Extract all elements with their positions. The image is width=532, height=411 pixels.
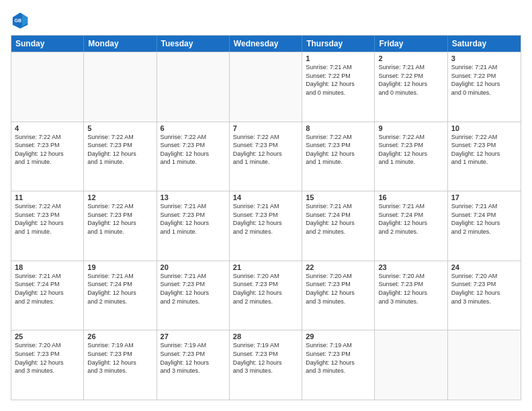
day-info: Sunrise: 7:20 AM Sunset: 7:23 PM Dayligh… — [233, 272, 298, 306]
cal-week-1: 1Sunrise: 7:21 AM Sunset: 7:22 PM Daylig… — [11, 52, 521, 122]
cal-cell: 21Sunrise: 7:20 AM Sunset: 7:23 PM Dayli… — [230, 261, 302, 330]
cal-header-tuesday: Tuesday — [157, 36, 230, 52]
day-number: 2 — [378, 54, 443, 62]
cal-cell: 26Sunrise: 7:19 AM Sunset: 7:23 PM Dayli… — [84, 330, 157, 400]
day-info: Sunrise: 7:22 AM Sunset: 7:23 PM Dayligh… — [161, 133, 226, 167]
cal-cell: 3Sunrise: 7:21 AM Sunset: 7:22 PM Daylig… — [448, 52, 521, 122]
cal-week-4: 18Sunrise: 7:21 AM Sunset: 7:24 PM Dayli… — [11, 261, 521, 330]
cal-header-friday: Friday — [375, 36, 447, 52]
day-number: 11 — [15, 193, 80, 201]
logo: GB — [11, 11, 32, 30]
cal-cell — [84, 52, 157, 122]
cal-cell: 1Sunrise: 7:21 AM Sunset: 7:22 PM Daylig… — [302, 52, 375, 122]
day-number: 12 — [87, 193, 152, 201]
cal-cell: 9Sunrise: 7:22 AM Sunset: 7:23 PM Daylig… — [375, 122, 447, 191]
day-number: 27 — [161, 332, 226, 340]
cal-cell: 8Sunrise: 7:22 AM Sunset: 7:23 PM Daylig… — [302, 122, 375, 191]
cal-cell: 16Sunrise: 7:21 AM Sunset: 7:24 PM Dayli… — [375, 191, 447, 261]
cal-cell — [157, 52, 230, 122]
day-number: 5 — [87, 124, 152, 132]
cal-cell — [230, 52, 302, 122]
page: GB SundayMondayTuesdayWednesdayThursdayF… — [0, 0, 532, 411]
day-number: 25 — [15, 332, 80, 340]
cal-cell: 12Sunrise: 7:22 AM Sunset: 7:23 PM Dayli… — [84, 191, 157, 261]
cal-cell: 11Sunrise: 7:22 AM Sunset: 7:23 PM Dayli… — [11, 191, 84, 261]
day-info: Sunrise: 7:19 AM Sunset: 7:23 PM Dayligh… — [161, 341, 226, 375]
day-info: Sunrise: 7:22 AM Sunset: 7:23 PM Dayligh… — [87, 133, 152, 167]
day-info: Sunrise: 7:20 AM Sunset: 7:23 PM Dayligh… — [378, 272, 443, 306]
day-info: Sunrise: 7:22 AM Sunset: 7:23 PM Dayligh… — [306, 133, 371, 167]
day-number: 6 — [161, 124, 226, 132]
day-info: Sunrise: 7:22 AM Sunset: 7:23 PM Dayligh… — [451, 133, 517, 167]
cal-header-wednesday: Wednesday — [230, 36, 302, 52]
day-number: 19 — [87, 263, 152, 271]
cal-cell: 7Sunrise: 7:22 AM Sunset: 7:23 PM Daylig… — [230, 122, 302, 191]
day-info: Sunrise: 7:21 AM Sunset: 7:23 PM Dayligh… — [233, 202, 298, 236]
cal-cell: 5Sunrise: 7:22 AM Sunset: 7:23 PM Daylig… — [84, 122, 157, 191]
day-info: Sunrise: 7:19 AM Sunset: 7:23 PM Dayligh… — [306, 341, 371, 375]
day-number: 7 — [233, 124, 298, 132]
cal-week-5: 25Sunrise: 7:20 AM Sunset: 7:23 PM Dayli… — [11, 330, 521, 400]
cal-cell: 10Sunrise: 7:22 AM Sunset: 7:23 PM Dayli… — [448, 122, 521, 191]
calendar: SundayMondayTuesdayWednesdayThursdayFrid… — [11, 35, 521, 400]
day-number: 1 — [306, 54, 371, 62]
cal-header-thursday: Thursday — [302, 36, 375, 52]
cal-cell: 29Sunrise: 7:19 AM Sunset: 7:23 PM Dayli… — [302, 330, 375, 400]
day-info: Sunrise: 7:22 AM Sunset: 7:23 PM Dayligh… — [87, 202, 152, 236]
day-number: 10 — [451, 124, 517, 132]
day-info: Sunrise: 7:21 AM Sunset: 7:23 PM Dayligh… — [161, 272, 226, 306]
day-info: Sunrise: 7:22 AM Sunset: 7:23 PM Dayligh… — [15, 202, 80, 236]
day-number: 20 — [161, 263, 226, 271]
day-info: Sunrise: 7:22 AM Sunset: 7:23 PM Dayligh… — [15, 133, 80, 167]
day-info: Sunrise: 7:19 AM Sunset: 7:23 PM Dayligh… — [87, 341, 152, 375]
day-number: 18 — [15, 263, 80, 271]
cal-cell: 27Sunrise: 7:19 AM Sunset: 7:23 PM Dayli… — [157, 330, 230, 400]
day-number: 15 — [306, 193, 371, 201]
day-number: 13 — [161, 193, 226, 201]
day-number: 3 — [451, 54, 517, 62]
day-info: Sunrise: 7:22 AM Sunset: 7:23 PM Dayligh… — [233, 133, 298, 167]
logo-icon: GB — [11, 11, 30, 30]
day-number: 14 — [233, 193, 298, 201]
day-number: 8 — [306, 124, 371, 132]
cal-cell: 13Sunrise: 7:21 AM Sunset: 7:23 PM Dayli… — [157, 191, 230, 261]
day-info: Sunrise: 7:21 AM Sunset: 7:24 PM Dayligh… — [15, 272, 80, 306]
cal-header-monday: Monday — [84, 36, 157, 52]
day-number: 24 — [451, 263, 517, 271]
cal-cell — [11, 52, 84, 122]
day-info: Sunrise: 7:21 AM Sunset: 7:22 PM Dayligh… — [306, 63, 371, 97]
calendar-body: 1Sunrise: 7:21 AM Sunset: 7:22 PM Daylig… — [11, 52, 521, 400]
cal-cell: 18Sunrise: 7:21 AM Sunset: 7:24 PM Dayli… — [11, 261, 84, 330]
day-info: Sunrise: 7:21 AM Sunset: 7:24 PM Dayligh… — [378, 202, 443, 236]
day-info: Sunrise: 7:19 AM Sunset: 7:23 PM Dayligh… — [233, 341, 298, 375]
day-info: Sunrise: 7:20 AM Sunset: 7:23 PM Dayligh… — [306, 272, 371, 306]
cal-cell: 14Sunrise: 7:21 AM Sunset: 7:23 PM Dayli… — [230, 191, 302, 261]
day-number: 29 — [306, 332, 371, 340]
day-info: Sunrise: 7:20 AM Sunset: 7:23 PM Dayligh… — [15, 341, 80, 375]
day-number: 16 — [378, 193, 443, 201]
cal-week-3: 11Sunrise: 7:22 AM Sunset: 7:23 PM Dayli… — [11, 191, 521, 261]
day-number: 4 — [15, 124, 80, 132]
cal-cell: 19Sunrise: 7:21 AM Sunset: 7:24 PM Dayli… — [84, 261, 157, 330]
day-number: 17 — [451, 193, 517, 201]
cal-cell: 15Sunrise: 7:21 AM Sunset: 7:24 PM Dayli… — [302, 191, 375, 261]
day-info: Sunrise: 7:21 AM Sunset: 7:24 PM Dayligh… — [451, 202, 517, 236]
calendar-header-row: SundayMondayTuesdayWednesdayThursdayFrid… — [11, 36, 521, 52]
cal-cell: 17Sunrise: 7:21 AM Sunset: 7:24 PM Dayli… — [448, 191, 521, 261]
cal-week-2: 4Sunrise: 7:22 AM Sunset: 7:23 PM Daylig… — [11, 122, 521, 191]
svg-text:GB: GB — [15, 18, 21, 23]
day-number: 28 — [233, 332, 298, 340]
cal-cell: 2Sunrise: 7:21 AM Sunset: 7:22 PM Daylig… — [375, 52, 447, 122]
cal-header-saturday: Saturday — [448, 36, 521, 52]
header: GB — [11, 11, 521, 30]
cal-cell: 6Sunrise: 7:22 AM Sunset: 7:23 PM Daylig… — [157, 122, 230, 191]
day-info: Sunrise: 7:20 AM Sunset: 7:23 PM Dayligh… — [451, 272, 517, 306]
cal-cell: 4Sunrise: 7:22 AM Sunset: 7:23 PM Daylig… — [11, 122, 84, 191]
cal-cell: 28Sunrise: 7:19 AM Sunset: 7:23 PM Dayli… — [230, 330, 302, 400]
cal-cell: 23Sunrise: 7:20 AM Sunset: 7:23 PM Dayli… — [375, 261, 447, 330]
cal-cell: 24Sunrise: 7:20 AM Sunset: 7:23 PM Dayli… — [448, 261, 521, 330]
day-info: Sunrise: 7:21 AM Sunset: 7:24 PM Dayligh… — [87, 272, 152, 306]
cal-cell: 20Sunrise: 7:21 AM Sunset: 7:23 PM Dayli… — [157, 261, 230, 330]
cal-cell — [375, 330, 447, 400]
cal-cell — [448, 330, 521, 400]
